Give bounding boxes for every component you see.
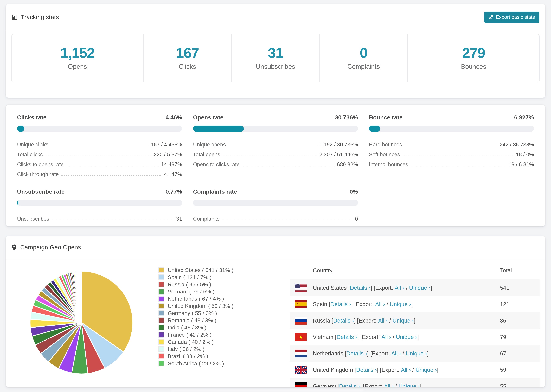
column-header-country: Country: [290, 267, 496, 273]
bracket-text: ]: [414, 317, 416, 324]
details-link[interactable]: Details ›: [356, 366, 377, 373]
rate-stat-row: Unique opens1,152 / 30.736%: [193, 138, 358, 148]
country-cell: United Kingdom [Details ›] [Export: All …: [290, 366, 496, 374]
export-unique-link[interactable]: Unique ›: [409, 284, 431, 291]
details-link[interactable]: Details ›: [350, 284, 370, 291]
summary-box-bounces: 279Bounces: [407, 34, 539, 82]
legend-item-italy: Italy ( 36 / 2% ): [158, 345, 271, 353]
summary-stats-row: 1,152Opens167Clicks31Unsubscribes0Compla…: [11, 34, 540, 83]
legend-label: Russia ( 86 / 5% ): [168, 281, 211, 287]
export-all-link[interactable]: All ›: [401, 366, 411, 373]
export-unique-link[interactable]: Unique ›: [416, 366, 437, 373]
summary-label: Clicks: [179, 63, 196, 70]
export-all-link[interactable]: All ›: [391, 350, 401, 357]
export-all-link[interactable]: All ›: [375, 301, 385, 307]
details-link[interactable]: Details ›: [333, 317, 354, 324]
flag-gb-icon: [295, 366, 307, 374]
export-all-link[interactable]: All ›: [384, 383, 394, 387]
bracket-text: ] [Export:: [354, 317, 378, 324]
rate-stat-row: Unsubscribes31: [17, 212, 182, 222]
legend-item-russia: Russia ( 86 / 5% ): [158, 281, 271, 288]
export-basic-stats-button[interactable]: Export basic stats: [484, 11, 539, 23]
export-all-link[interactable]: All ›: [378, 317, 388, 324]
tracking-stats-card: Tracking stats Export basic stats 1,152O…: [6, 4, 545, 98]
rate-stat-row: Total clicks220 / 5.87%: [17, 148, 182, 158]
rate-stat-row: Clicks to opens rate14.497%: [17, 158, 182, 168]
stat-label: Opens to clicks rate: [193, 161, 240, 168]
geo-country-table: Country Total United States [Details ›] …: [290, 261, 540, 387]
legend-item-vietnam: Vietnam ( 79 / 5% ): [158, 288, 271, 295]
rate-stat-row: Hard bounces242 / 86.738%: [369, 138, 534, 148]
rate-title: Opens rate: [193, 114, 224, 121]
bracket-text: ]: [431, 284, 432, 291]
stat-label: Complaints: [193, 216, 219, 222]
export-unique-link[interactable]: Unique ›: [399, 383, 420, 387]
dotted-leader: [66, 166, 158, 166]
bracket-text: [: [353, 366, 356, 373]
legend-label: Vietnam ( 79 / 5% ): [168, 288, 214, 295]
summary-box-unsubscribes: 31Unsubscribes: [231, 34, 319, 82]
summary-label: Complaints: [347, 63, 380, 70]
country-total: 121: [496, 301, 540, 307]
flag-vn-icon: [295, 333, 307, 341]
export-unique-link[interactable]: Unique ›: [406, 350, 427, 357]
country-name: Netherlands: [313, 350, 343, 357]
rate-header: Unsubscribe rate0.77%: [17, 189, 182, 195]
dotted-leader: [405, 146, 497, 146]
export-all-link[interactable]: All ›: [381, 334, 391, 340]
bracket-text: ]: [420, 383, 421, 387]
progress-bar-fill: [17, 200, 18, 206]
country-name: Russia: [313, 317, 330, 324]
legend-item-south-africa: South Africa ( 29 / 2% ): [158, 360, 271, 367]
legend-item-netherlands: Netherlands ( 67 / 4% ): [158, 295, 271, 302]
table-row-russia: Russia [Details ›] [Export: All › / Uniq…: [290, 312, 540, 329]
dotted-leader: [403, 156, 513, 156]
rate-stat-row: Click through rate4.147%: [17, 168, 182, 177]
legend-swatch: [158, 296, 164, 302]
legend-label: Germany ( 55 / 3% ): [168, 310, 217, 316]
rate-card-unsubscribe-rate: Unsubscribe rate0.77%Unsubscribes31: [12, 183, 188, 222]
rate-stat-row: Complaints0: [193, 212, 358, 222]
bracket-text: ]: [437, 366, 438, 373]
rate-value: 0.77%: [166, 189, 182, 195]
details-link[interactable]: Details ›: [339, 383, 360, 387]
summary-value: 0: [360, 46, 367, 60]
export-unique-link[interactable]: Unique ›: [390, 301, 411, 307]
stat-label: Total opens: [193, 152, 220, 158]
rate-card-bounce-rate: Bounce rate6.927%Hard bounces242 / 86.73…: [363, 109, 539, 177]
legend-swatch: [158, 281, 164, 287]
summary-box-clicks: 167Clicks: [143, 34, 231, 82]
geo-pie-legend: United States ( 541 / 31% )Spain ( 121 /…: [158, 261, 271, 367]
map-pin-icon: [12, 244, 17, 251]
country-total: 541: [496, 284, 540, 291]
country-cell: Netherlands [Details ›] [Export: All › /…: [290, 350, 496, 357]
bar-chart-icon: [12, 14, 17, 20]
legend-item-india: India ( 46 / 3% ): [158, 324, 271, 331]
dotted-leader: [242, 166, 334, 166]
details-link[interactable]: Details ›: [337, 334, 357, 340]
export-all-link[interactable]: All ›: [395, 284, 404, 291]
export-unique-link[interactable]: Unique ›: [393, 317, 414, 324]
legend-item-france: France ( 42 / 2% ): [158, 331, 271, 338]
export-unique-link[interactable]: Unique ›: [396, 334, 417, 340]
rate-title: Unsubscribe rate: [17, 189, 65, 195]
rate-header: Complaints rate0%: [193, 189, 358, 195]
bracket-text: [: [347, 284, 350, 291]
summary-box-opens: 1,152Opens: [12, 34, 143, 82]
legend-label: United States ( 541 / 31% ): [168, 267, 233, 273]
country-cell: Germany [Details ›] [Export: All › / Uni…: [290, 382, 496, 387]
page-title: Tracking stats: [21, 14, 59, 21]
stat-value: 14.497%: [161, 161, 182, 168]
details-link[interactable]: Details ›: [346, 350, 367, 357]
table-header-row: Country Total: [290, 261, 540, 280]
stat-value: 4.147%: [164, 171, 182, 177]
summary-label: Bounces: [461, 63, 486, 70]
progress-bar-fill: [369, 126, 380, 132]
country-total: 79: [496, 334, 540, 340]
summary-box-complaints: 0Complaints: [319, 34, 407, 82]
legend-swatch: [158, 267, 164, 273]
summary-value: 31: [268, 46, 283, 60]
rate-header: Bounce rate6.927%: [369, 114, 534, 121]
country-name: Germany: [313, 383, 336, 387]
details-link[interactable]: Details ›: [330, 301, 351, 307]
